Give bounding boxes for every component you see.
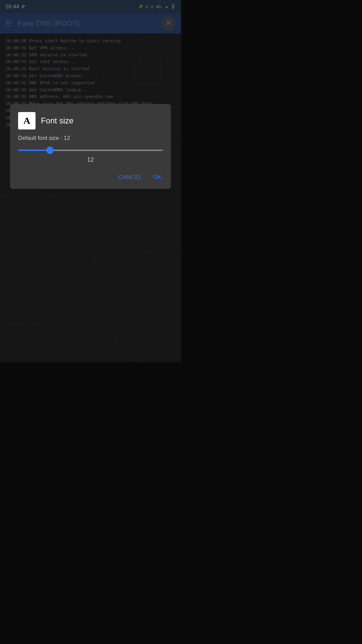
dialog-title: Font size <box>41 116 73 125</box>
dialog-subtitle: Default font size : 12 <box>18 135 163 142</box>
slider-value-display: 12 <box>18 156 163 163</box>
slider-fill <box>18 150 50 151</box>
ok-button[interactable]: OK <box>152 171 163 183</box>
font-size-slider-container[interactable] <box>18 150 163 151</box>
slider-track <box>18 150 163 151</box>
font-size-dialog: A Font size Default font size : 12 12 CA… <box>10 104 171 189</box>
dialog-buttons: CANCEL OK <box>18 169 163 183</box>
font-a-icon: A <box>23 115 30 126</box>
slider-thumb[interactable] <box>46 147 54 154</box>
dialog-header: A Font size <box>18 112 163 129</box>
font-icon-box: A <box>18 112 36 129</box>
cancel-button[interactable]: CANCEL <box>117 171 143 183</box>
